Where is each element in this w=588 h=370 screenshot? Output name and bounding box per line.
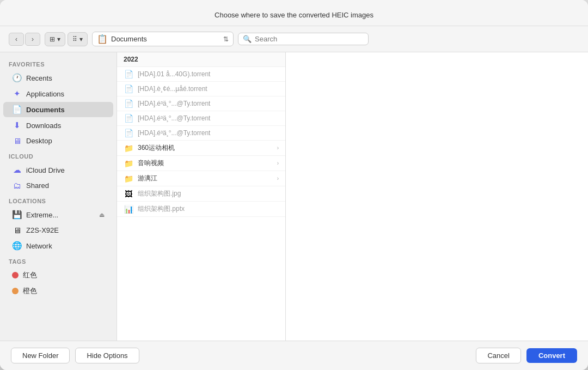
applications-label: Applications bbox=[26, 90, 64, 98]
extreme-label: Extreme... bbox=[26, 211, 58, 219]
z2s-icon: 🖥 bbox=[12, 226, 22, 235]
file-icon-9: 🖼 bbox=[124, 190, 133, 198]
file-list-panel: 2022 📄 [HDA].01 å...40G).torrent 📄 [HDA]… bbox=[117, 52, 286, 341]
file-name-5: [HDA].é³ä¸°...@Ty.torrent bbox=[138, 129, 279, 137]
eject-icon: ⏏ bbox=[99, 211, 105, 219]
back-button[interactable]: ‹ bbox=[9, 33, 24, 46]
location-folder-icon: 📋 bbox=[97, 34, 108, 44]
tag-orange-label: 橙色 bbox=[23, 286, 37, 296]
dialog-title: Choose where to save the converted HEIC … bbox=[0, 0, 588, 26]
file-icon-1: 📄 bbox=[124, 70, 133, 78]
file-name-9: 组织架构图.jpg bbox=[138, 189, 279, 198]
search-icon: 🔍 bbox=[243, 35, 252, 43]
grid-view-chevron: ▾ bbox=[79, 35, 83, 43]
shared-label: Shared bbox=[26, 181, 49, 190]
file-item-3[interactable]: 📄 [HDA].é³ä¸°...@Ty.torrent bbox=[117, 96, 285, 111]
file-item-8[interactable]: 📁 游漓江 › bbox=[117, 171, 285, 186]
file-name-4: [HDA].é³ä¸°...@Ty.torrent bbox=[138, 114, 279, 122]
main-area: Favorites 🕐 Recents ✦ Applications 📄 Doc… bbox=[0, 52, 588, 341]
location-name: Documents bbox=[111, 35, 220, 43]
chevron-icon-7: › bbox=[277, 160, 279, 166]
file-icon-4: 📄 bbox=[124, 114, 133, 123]
desktop-label: Desktop bbox=[26, 137, 52, 145]
sidebar-item-z2s[interactable]: 🖥 Z2S-X92E bbox=[3, 223, 113, 238]
file-item-1[interactable]: 📄 [HDA].01 å...40G).torrent bbox=[117, 67, 285, 82]
sidebar-item-documents[interactable]: 📄 Documents bbox=[3, 102, 113, 117]
recents-label: Recents bbox=[26, 74, 52, 82]
file-icon-10: 📊 bbox=[124, 205, 133, 214]
tag-red-dot bbox=[12, 272, 19, 278]
new-folder-button[interactable]: New Folder bbox=[11, 348, 70, 363]
forward-button[interactable]: › bbox=[25, 33, 40, 46]
file-name-7: 音响视频 bbox=[138, 159, 273, 168]
sidebar-item-tag-red[interactable]: 红色 bbox=[3, 268, 113, 283]
chevron-icon-6: › bbox=[277, 145, 279, 151]
convert-button[interactable]: Convert bbox=[526, 348, 577, 363]
documents-label: Documents bbox=[26, 106, 65, 114]
file-icon-2: 📄 bbox=[124, 84, 133, 93]
icloud-section-label: iCloud bbox=[0, 149, 117, 162]
z2s-label: Z2S-X92E bbox=[26, 226, 59, 234]
applications-icon: ✦ bbox=[12, 89, 22, 99]
file-item-10[interactable]: 📊 组织架构图.pptx bbox=[117, 202, 285, 217]
file-item-9[interactable]: 🖼 组织架构图.jpg bbox=[117, 186, 285, 202]
icloud-drive-icon: ☁ bbox=[12, 165, 22, 175]
file-item-4[interactable]: 📄 [HDA].é³ä¸°...@Ty.torrent bbox=[117, 111, 285, 126]
extreme-icon: 💾 bbox=[12, 210, 22, 220]
desktop-icon: 🖥 bbox=[12, 136, 22, 145]
downloads-label: Downloads bbox=[26, 122, 61, 130]
file-name-2: [HDA].è¸¢é...µåé.torrent bbox=[138, 85, 279, 93]
sidebar-item-icloud-drive[interactable]: ☁ iCloud Drive bbox=[3, 162, 113, 178]
location-arrows-icon: ⇅ bbox=[223, 35, 229, 43]
tags-section-label: Tags bbox=[0, 254, 117, 267]
file-item-5[interactable]: 📄 [HDA].é³ä¸°...@Ty.torrent bbox=[117, 126, 285, 141]
folder-icon-6: 📁 bbox=[124, 144, 133, 153]
forward-icon: › bbox=[32, 35, 34, 43]
bottom-bar: New Folder Hide Options Cancel Convert bbox=[0, 341, 588, 370]
toolbar: ‹ › ⊞ ▾ ⠿ ▾ 📋 Documents ⇅ 🔍 bbox=[0, 26, 588, 52]
cancel-button[interactable]: Cancel bbox=[476, 348, 520, 363]
file-item-7[interactable]: 📁 音响视频 › bbox=[117, 156, 285, 171]
sidebar-item-recents[interactable]: 🕐 Recents bbox=[3, 70, 113, 86]
content-area: 2022 📄 [HDA].01 å...40G).torrent 📄 [HDA]… bbox=[117, 52, 588, 341]
column-view-icon: ⊞ bbox=[50, 35, 55, 43]
location-bar[interactable]: 📋 Documents ⇅ bbox=[92, 32, 234, 46]
file-name-3: [HDA].é³ä¸°...@Ty.torrent bbox=[138, 100, 279, 107]
tag-red-label: 红色 bbox=[23, 270, 37, 280]
file-name-8: 游漓江 bbox=[138, 174, 273, 183]
hide-options-button[interactable]: Hide Options bbox=[75, 348, 139, 363]
sidebar-item-downloads[interactable]: ⬇ Downloads bbox=[3, 118, 113, 133]
shared-icon: 🗂 bbox=[12, 181, 22, 190]
file-name-10: 组织架构图.pptx bbox=[138, 204, 279, 214]
view-buttons: ⊞ ▾ ⠿ ▾ bbox=[45, 32, 88, 46]
sidebar-item-shared[interactable]: 🗂 Shared bbox=[3, 178, 113, 193]
file-icon-3: 📄 bbox=[124, 99, 133, 108]
chevron-icon-8: › bbox=[277, 175, 279, 181]
column-view-chevron: ▾ bbox=[57, 35, 60, 43]
icloud-drive-label: iCloud Drive bbox=[26, 166, 65, 174]
folder-icon-8: 📁 bbox=[124, 174, 133, 183]
file-list-header: 2022 bbox=[117, 52, 285, 67]
search-bar: 🔍 bbox=[238, 33, 369, 45]
sidebar-item-network[interactable]: 🌐 Network bbox=[3, 238, 113, 253]
grid-view-button[interactable]: ⠿ ▾ bbox=[68, 32, 88, 46]
documents-icon: 📄 bbox=[12, 105, 22, 114]
back-icon: ‹ bbox=[15, 35, 17, 43]
column-view-button[interactable]: ⊞ ▾ bbox=[45, 32, 65, 46]
recents-icon: 🕐 bbox=[12, 73, 22, 83]
sidebar-item-extreme[interactable]: 💾 Extreme... ⏏ bbox=[3, 207, 113, 222]
file-name-1: [HDA].01 å...40G).torrent bbox=[138, 70, 279, 78]
tag-orange-dot bbox=[12, 288, 19, 294]
sidebar-item-applications[interactable]: ✦ Applications bbox=[3, 86, 113, 101]
sidebar: Favorites 🕐 Recents ✦ Applications 📄 Doc… bbox=[0, 52, 117, 341]
grid-view-icon: ⠿ bbox=[72, 35, 77, 43]
file-item-6[interactable]: 📁 360运动相机 › bbox=[117, 141, 285, 156]
favorites-section-label: Favorites bbox=[0, 57, 117, 70]
sidebar-item-tag-orange[interactable]: 橙色 bbox=[3, 283, 113, 299]
search-input[interactable] bbox=[255, 35, 364, 43]
folder-icon-7: 📁 bbox=[124, 159, 133, 168]
dialog-title-text: Choose where to save the converted HEIC … bbox=[215, 11, 373, 19]
file-item-2[interactable]: 📄 [HDA].è¸¢é...µåé.torrent bbox=[117, 82, 285, 96]
sidebar-item-desktop[interactable]: 🖥 Desktop bbox=[3, 134, 113, 148]
nav-buttons: ‹ › bbox=[9, 33, 40, 46]
